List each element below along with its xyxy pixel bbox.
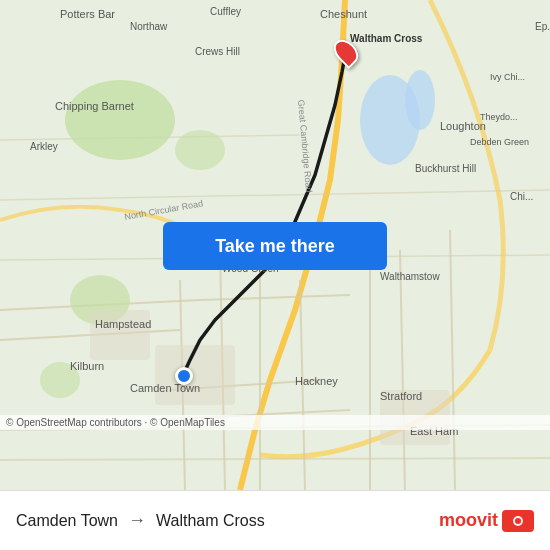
destination-label: Waltham Cross bbox=[156, 512, 265, 530]
svg-text:Hackney: Hackney bbox=[295, 375, 338, 387]
svg-rect-25 bbox=[155, 345, 235, 405]
svg-text:Cuffley: Cuffley bbox=[210, 6, 241, 17]
svg-text:Theydo...: Theydo... bbox=[480, 112, 518, 122]
map-attribution: © OpenStreetMap contributors · © OpenMap… bbox=[0, 415, 550, 430]
svg-text:Loughton: Loughton bbox=[440, 120, 486, 132]
svg-text:Stratford: Stratford bbox=[380, 390, 422, 402]
svg-text:Camden Town: Camden Town bbox=[130, 382, 200, 394]
svg-text:Cheshunt: Cheshunt bbox=[320, 8, 367, 20]
destination-marker bbox=[336, 38, 356, 66]
moovit-text: moovit bbox=[439, 510, 498, 531]
attribution-text: © OpenStreetMap contributors · © OpenMap… bbox=[6, 417, 225, 428]
svg-text:Waltham Cross: Waltham Cross bbox=[350, 33, 423, 44]
svg-text:Hampstead: Hampstead bbox=[95, 318, 151, 330]
svg-text:Buckhurst Hill: Buckhurst Hill bbox=[415, 163, 476, 174]
origin-label: Camden Town bbox=[16, 512, 118, 530]
route-info: Camden Town → Waltham Cross bbox=[16, 510, 265, 531]
svg-point-20 bbox=[65, 80, 175, 160]
svg-text:Ivy Chi...: Ivy Chi... bbox=[490, 72, 525, 82]
bottom-bar: Camden Town → Waltham Cross moovit bbox=[0, 490, 550, 550]
svg-text:Potters Bar: Potters Bar bbox=[60, 8, 115, 20]
svg-text:Kilburn: Kilburn bbox=[70, 360, 104, 372]
origin-marker bbox=[175, 367, 193, 385]
svg-point-54 bbox=[515, 518, 521, 524]
svg-text:Ep...: Ep... bbox=[535, 21, 550, 32]
svg-point-22 bbox=[175, 130, 225, 170]
moovit-svg-icon bbox=[508, 514, 528, 528]
svg-text:Debden Green: Debden Green bbox=[470, 137, 529, 147]
moovit-logo: moovit bbox=[439, 510, 534, 532]
map-container: Potters Bar Cheshunt Waltham Cross Chipp… bbox=[0, 0, 550, 490]
svg-point-2 bbox=[405, 70, 435, 130]
svg-text:Arkley: Arkley bbox=[30, 141, 58, 152]
svg-text:Crews Hill: Crews Hill bbox=[195, 46, 240, 57]
arrow-icon: → bbox=[128, 510, 146, 531]
svg-text:Northaw: Northaw bbox=[130, 21, 168, 32]
svg-text:Walthamstow: Walthamstow bbox=[380, 271, 440, 282]
take-me-there-button[interactable]: Take me there bbox=[163, 222, 387, 270]
moovit-brand-icon bbox=[502, 510, 534, 532]
svg-text:Chi...: Chi... bbox=[510, 191, 533, 202]
svg-text:Chipping Barnet: Chipping Barnet bbox=[55, 100, 134, 112]
